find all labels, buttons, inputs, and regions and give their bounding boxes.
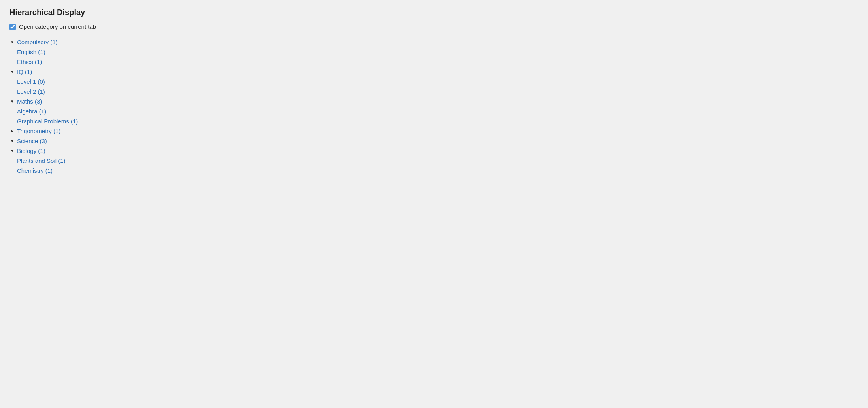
arrow-icon-iq (9, 70, 15, 74)
category-label-english[interactable]: English (1) (17, 49, 45, 55)
open-tab-checkbox[interactable] (9, 24, 16, 30)
tree-item-level1[interactable]: ▶ Level 1 (0) (9, 77, 859, 87)
category-label-maths[interactable]: Maths (3) (17, 98, 42, 105)
tree-item-plants[interactable]: ▶ Plants and Soil (1) (9, 156, 859, 166)
page-title: Hierarchical Display (9, 8, 859, 17)
category-label-chemistry[interactable]: Chemistry (1) (17, 167, 53, 174)
open-tab-label: Open category on current tab (19, 23, 96, 30)
open-tab-checkbox-row[interactable]: Open category on current tab (9, 23, 859, 30)
tree-item-level2[interactable]: ▶ Level 2 (1) (9, 87, 859, 96)
arrow-icon-maths (9, 99, 15, 104)
category-label-algebra[interactable]: Algebra (1) (17, 108, 46, 115)
category-label-trigonometry[interactable]: Trigonometry (1) (17, 128, 60, 134)
arrow-icon-compulsory (9, 40, 15, 44)
tree-item-chemistry[interactable]: ▶ Chemistry (1) (9, 166, 859, 176)
hierarchical-tree: Compulsory (1) ▶ English (1) ▶ Ethics (1… (9, 37, 859, 176)
arrow-icon-trigonometry (9, 129, 15, 133)
tree-item-graphical[interactable]: ▶ Graphical Problems (1) (9, 116, 859, 126)
tree-item-english[interactable]: ▶ English (1) (9, 47, 859, 57)
category-label-level1[interactable]: Level 1 (0) (17, 78, 45, 85)
arrow-icon-biology (9, 149, 15, 153)
tree-item-maths[interactable]: Maths (3) (9, 96, 859, 106)
tree-item-biology[interactable]: Biology (1) (9, 146, 859, 156)
tree-item-compulsory[interactable]: Compulsory (1) (9, 37, 859, 47)
category-label-science[interactable]: Science (3) (17, 138, 47, 144)
tree-item-trigonometry[interactable]: Trigonometry (1) (9, 126, 859, 136)
tree-item-science[interactable]: Science (3) (9, 136, 859, 146)
tree-item-algebra[interactable]: ▶ Algebra (1) (9, 106, 859, 116)
category-label-ethics[interactable]: Ethics (1) (17, 59, 42, 65)
category-label-level2[interactable]: Level 2 (1) (17, 88, 45, 95)
tree-item-iq[interactable]: IQ (1) (9, 67, 859, 77)
category-label-graphical[interactable]: Graphical Problems (1) (17, 118, 78, 125)
arrow-icon-science (9, 139, 15, 143)
category-label-compulsory[interactable]: Compulsory (1) (17, 39, 58, 45)
category-label-iq[interactable]: IQ (1) (17, 68, 32, 75)
category-label-plants[interactable]: Plants and Soil (1) (17, 157, 66, 164)
tree-item-ethics[interactable]: ▶ Ethics (1) (9, 57, 859, 67)
category-label-biology[interactable]: Biology (1) (17, 147, 45, 154)
